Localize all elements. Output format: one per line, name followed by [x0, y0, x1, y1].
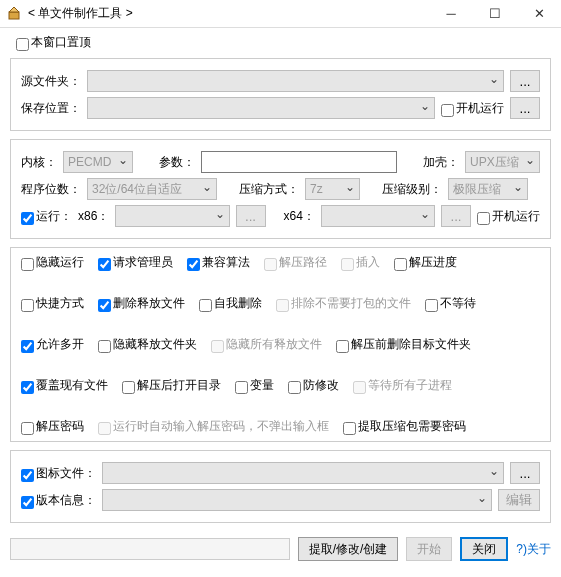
save-location-label: 保存位置： [21, 100, 81, 117]
always-on-top-label: 本窗口置顶 [31, 34, 91, 51]
boot-run-label-1: 开机运行 [456, 100, 504, 117]
version-info-checkbox[interactable]: 版本信息： [21, 492, 96, 509]
boot-run-checkbox-2[interactable]: 开机运行 [477, 208, 540, 225]
always-on-top-checkbox[interactable]: 本窗口置顶 [16, 34, 91, 51]
maximize-button[interactable]: ☐ [473, 0, 517, 28]
version-info-label: 版本信息： [36, 492, 96, 509]
opt-extract-password[interactable]: 解压密码 [21, 418, 84, 435]
compress-level-label: 压缩级别： [382, 181, 442, 198]
version-edit-button: 编辑 [498, 489, 540, 511]
status-bar [10, 538, 290, 560]
x64-browse-button: ... [441, 205, 471, 227]
source-folder-label: 源文件夹： [21, 73, 81, 90]
panel-source: 源文件夹： ... 保存位置： 开机运行 ... [10, 58, 551, 131]
svg-marker-1 [9, 7, 19, 12]
opt-delete-target-before[interactable]: 解压前删除目标文件夹 [336, 336, 471, 353]
panel-resource: 图标文件： ... 版本信息： 编辑 [10, 450, 551, 523]
opt-hide-run[interactable]: 隐藏运行 [21, 254, 84, 271]
shell-label: 加壳： [423, 154, 459, 171]
icon-file-checkbox[interactable]: 图标文件： [21, 465, 96, 482]
opt-extract-path: 解压路径 [264, 254, 327, 271]
params-label: 参数： [159, 154, 195, 171]
icon-file-combo[interactable] [102, 462, 504, 484]
run-label: 运行： [36, 208, 72, 225]
start-button: 开始 [406, 537, 452, 561]
bottom-bar: 提取/修改/创建 开始 关闭 ?)关于 [0, 531, 561, 567]
boot-run-checkbox-1[interactable]: 开机运行 [441, 100, 504, 117]
opt-auto-input-pwd: 运行时自动输入解压密码，不弹出输入框 [98, 418, 329, 435]
opt-delete-release-files[interactable]: 删除释放文件 [98, 295, 185, 312]
version-info-combo[interactable] [102, 489, 492, 511]
compress-method-select[interactable]: 7z [305, 178, 360, 200]
panel-options: 隐藏运行 请求管理员 兼容算法 解压路径 插入 解压进度 快捷方式 删除释放文件… [10, 247, 551, 442]
opt-hide-release-folder[interactable]: 隐藏释放文件夹 [98, 336, 197, 353]
x64-label: x64： [284, 208, 315, 225]
icon-file-label: 图标文件： [36, 465, 96, 482]
opt-extract-pkg-needs-pwd[interactable]: 提取压缩包需要密码 [343, 418, 466, 435]
minimize-button[interactable]: ─ [429, 0, 473, 28]
opt-compat-algo[interactable]: 兼容算法 [187, 254, 250, 271]
about-link[interactable]: ?)关于 [516, 541, 551, 558]
panel-settings: 内核： PECMD 参数： 加壳： UPX压缩 程序位数： 32位/64位自适应… [10, 139, 551, 239]
close-button-bottom[interactable]: 关闭 [460, 537, 508, 561]
opt-insert: 插入 [341, 254, 380, 271]
bits-label: 程序位数： [21, 181, 81, 198]
opt-extract-progress[interactable]: 解压进度 [394, 254, 457, 271]
bits-select[interactable]: 32位/64位自适应 [87, 178, 217, 200]
params-input[interactable] [201, 151, 397, 173]
opt-hide-all-release-files: 隐藏所有释放文件 [211, 336, 322, 353]
opt-wait-all-child: 等待所有子进程 [353, 377, 452, 394]
source-browse-button[interactable]: ... [510, 70, 540, 92]
opt-open-dir-after[interactable]: 解压后打开目录 [122, 377, 221, 394]
run-checkbox[interactable]: 运行： [21, 208, 72, 225]
boot-run-label-2: 开机运行 [492, 208, 540, 225]
titlebar: < 单文件制作工具 > ─ ☐ ✕ [0, 0, 561, 28]
close-button[interactable]: ✕ [517, 0, 561, 28]
opt-allow-multi[interactable]: 允许多开 [21, 336, 84, 353]
save-location-combo[interactable] [87, 97, 435, 119]
extract-modify-create-button[interactable]: 提取/修改/创建 [298, 537, 399, 561]
opt-exclude-unneeded: 排除不需要打包的文件 [276, 295, 411, 312]
opt-overwrite-existing[interactable]: 覆盖现有文件 [21, 377, 108, 394]
source-folder-combo[interactable] [87, 70, 504, 92]
window-title: < 单文件制作工具 > [28, 5, 133, 22]
compress-level-select[interactable]: 极限压缩 [448, 178, 528, 200]
x86-label: x86： [78, 208, 109, 225]
opt-shortcut[interactable]: 快捷方式 [21, 295, 84, 312]
shell-select[interactable]: UPX压缩 [465, 151, 540, 173]
x64-combo[interactable] [321, 205, 435, 227]
opt-variable[interactable]: 变量 [235, 377, 274, 394]
opt-anti-modify[interactable]: 防修改 [288, 377, 339, 394]
compress-method-label: 压缩方式： [239, 181, 299, 198]
kernel-label: 内核： [21, 154, 57, 171]
x86-combo[interactable] [115, 205, 229, 227]
svg-rect-0 [9, 12, 19, 19]
opt-no-wait[interactable]: 不等待 [425, 295, 476, 312]
kernel-select[interactable]: PECMD [63, 151, 133, 173]
opt-self-delete[interactable]: 自我删除 [199, 295, 262, 312]
opt-request-admin[interactable]: 请求管理员 [98, 254, 173, 271]
save-browse-button[interactable]: ... [510, 97, 540, 119]
app-icon [6, 6, 22, 22]
x86-browse-button: ... [236, 205, 266, 227]
icon-browse-button[interactable]: ... [510, 462, 540, 484]
